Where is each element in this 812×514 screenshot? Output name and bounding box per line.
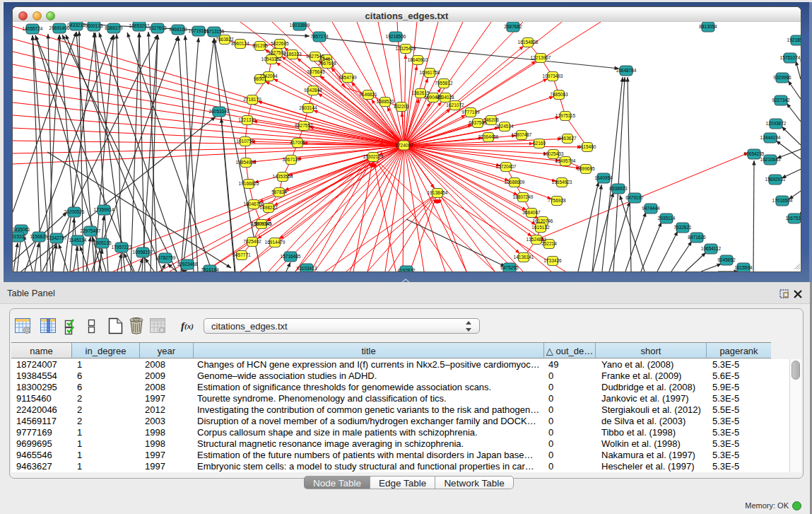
svg-text:1640954: 1640954 <box>594 175 613 180</box>
svg-text:16154838: 16154838 <box>518 40 539 45</box>
svg-text:1733426: 1733426 <box>543 258 562 263</box>
svg-text:9227342: 9227342 <box>772 98 790 103</box>
svg-text:10807487: 10807487 <box>512 132 532 137</box>
svg-text:0433218: 0433218 <box>67 23 86 28</box>
svg-text:14136141: 14136141 <box>514 255 534 259</box>
svg-text:2803144: 2803144 <box>299 105 317 110</box>
svg-text:16713155: 16713155 <box>204 29 225 34</box>
svg-text:2967608: 2967608 <box>318 61 336 66</box>
svg-text:6479197: 6479197 <box>625 195 644 200</box>
svg-text:9457771: 9457771 <box>233 252 251 257</box>
svg-text:16120746: 16120746 <box>533 218 553 223</box>
svg-text:13495794: 13495794 <box>555 158 576 163</box>
svg-text:10688609: 10688609 <box>505 180 525 185</box>
svg-text:4192832: 4192832 <box>397 268 416 271</box>
svg-text:9600133: 9600133 <box>85 23 103 28</box>
svg-text:17359914: 17359914 <box>94 207 114 212</box>
svg-text:832203: 832203 <box>394 104 409 109</box>
svg-text:1724067: 1724067 <box>395 143 413 148</box>
svg-text:17957223: 17957223 <box>112 245 132 250</box>
svg-text:3684067: 3684067 <box>522 210 541 215</box>
svg-text:891295: 891295 <box>252 43 268 48</box>
svg-text:98901: 98901 <box>254 76 266 81</box>
svg-text:19138454: 19138454 <box>428 190 448 195</box>
svg-text:3875645: 3875645 <box>307 69 325 74</box>
svg-text:746206: 746206 <box>483 117 499 122</box>
svg-text:19166825: 19166825 <box>239 181 259 186</box>
svg-text:7756928: 7756928 <box>548 198 566 203</box>
svg-text:8813054: 8813054 <box>699 24 717 29</box>
svg-text:1167534: 1167534 <box>786 216 801 221</box>
svg-text:252214: 252214 <box>541 241 557 246</box>
svg-text:02654235: 02654235 <box>744 151 765 156</box>
svg-text:12213967: 12213967 <box>531 55 551 60</box>
svg-text:1615132: 1615132 <box>531 225 550 230</box>
svg-text:1588520: 1588520 <box>376 99 394 104</box>
svg-text:15716485: 15716485 <box>281 254 301 259</box>
svg-text:14353554: 14353554 <box>273 174 293 179</box>
svg-text:15751074: 15751074 <box>780 55 801 60</box>
svg-text:1615594: 1615594 <box>734 265 753 270</box>
svg-text:8427552: 8427552 <box>295 123 313 128</box>
svg-text:15692931: 15692931 <box>765 177 786 182</box>
svg-text:1435061: 1435061 <box>13 227 30 232</box>
svg-text:18640910: 18640910 <box>408 57 428 62</box>
svg-text:1145134: 1145134 <box>69 238 87 243</box>
svg-text:7485063: 7485063 <box>550 92 568 97</box>
svg-text:9146821: 9146821 <box>359 92 377 97</box>
svg-text:1221331: 1221331 <box>238 117 257 122</box>
svg-text:5822605: 5822605 <box>271 41 289 46</box>
svg-text:9466160: 9466160 <box>169 27 187 32</box>
svg-text:(x): (x) <box>184 322 194 331</box>
svg-text:10653267: 10653267 <box>129 23 150 28</box>
svg-text:2687682: 2687682 <box>504 24 522 29</box>
svg-text:9245652: 9245652 <box>717 257 736 262</box>
svg-text:1621072: 1621072 <box>446 103 464 107</box>
svg-text:10973493: 10973493 <box>543 74 563 78</box>
svg-text:19218506: 19218506 <box>787 37 801 42</box>
svg-text:1156829: 1156829 <box>30 234 48 239</box>
svg-text:3024514: 3024514 <box>495 124 514 129</box>
svg-text:3267110: 3267110 <box>283 157 300 162</box>
svg-text:16961758: 16961758 <box>420 70 440 75</box>
svg-text:2718170: 2718170 <box>243 97 261 102</box>
svg-text:16782759: 16782759 <box>155 255 176 260</box>
svg-text:15302173: 15302173 <box>363 154 384 159</box>
svg-text:1498222: 1498222 <box>259 205 278 210</box>
svg-text:10543362: 10543362 <box>261 57 282 62</box>
svg-text:14055724: 14055724 <box>23 26 43 31</box>
svg-text:7816184: 7816184 <box>201 267 219 271</box>
svg-text:18807249: 18807249 <box>513 194 534 199</box>
svg-text:7632621: 7632621 <box>673 225 692 230</box>
svg-text:19218506: 19218506 <box>386 34 406 39</box>
svg-text:9327546: 9327546 <box>306 54 324 59</box>
svg-text:9115460: 9115460 <box>579 144 596 149</box>
svg-text:15809345: 15809345 <box>252 221 272 226</box>
svg-text:16210643: 16210643 <box>760 157 781 162</box>
svg-text:8186323: 8186323 <box>283 52 302 57</box>
svg-text:7625402: 7625402 <box>243 239 261 244</box>
svg-text:417006: 417006 <box>290 140 305 145</box>
svg-text:9242848: 9242848 <box>304 88 322 93</box>
svg-text:17016504: 17016504 <box>772 198 793 203</box>
svg-text:10025433: 10025433 <box>543 151 564 156</box>
svg-text:10654112: 10654112 <box>701 246 722 251</box>
svg-text:12093872: 12093872 <box>766 121 787 126</box>
svg-text:9329966: 9329966 <box>773 75 792 80</box>
svg-text:12444194: 12444194 <box>760 135 781 140</box>
svg-text:8386379: 8386379 <box>105 25 123 30</box>
svg-text:19854935: 19854935 <box>236 160 257 165</box>
svg-text:20053346: 20053346 <box>209 109 230 114</box>
svg-text:17975115: 17975115 <box>555 113 576 118</box>
svg-text:19654923: 19654923 <box>552 180 572 185</box>
svg-text:8454749: 8454749 <box>339 75 357 80</box>
svg-text:12923468: 12923468 <box>177 262 198 267</box>
svg-text:22975487: 22975487 <box>81 228 101 233</box>
svg-text:93103413: 93103413 <box>297 266 317 271</box>
svg-text:9734028: 9734028 <box>436 95 454 100</box>
svg-text:16033809: 16033809 <box>290 23 310 28</box>
svg-text:15720407: 15720407 <box>496 164 517 169</box>
svg-text:3915311: 3915311 <box>13 234 27 239</box>
svg-text:8938923: 8938923 <box>609 186 628 191</box>
svg-text:7955812: 7955812 <box>435 81 453 86</box>
